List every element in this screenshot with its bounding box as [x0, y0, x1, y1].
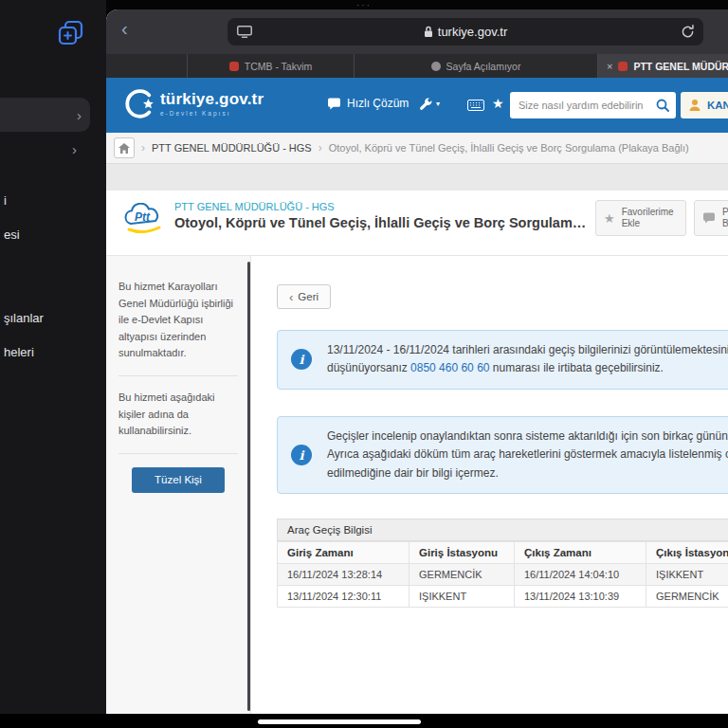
site-favicon [618, 62, 628, 71]
chevron-left-icon: ‹ [289, 290, 293, 304]
user-name: KANER [707, 100, 728, 111]
screen: ··· › › i esi şılanlar heleri ‹ [0, 0, 728, 728]
bottom-system-bar [0, 714, 728, 728]
browser-window: ‹ turkiye.gov.tr TCMB - Takvim [106, 9, 728, 716]
rate-label-line1: Puanla [722, 207, 728, 219]
site-favicon [229, 62, 239, 71]
tools-menu-button[interactable]: ▾ [419, 97, 440, 111]
tab-sayfa-acilamiyor[interactable]: Sayfa Açılamıyor [354, 54, 597, 78]
logo-subtitle: e-Devlet Kapısı [160, 110, 264, 117]
chevron-down-icon: ▾ [436, 100, 440, 108]
sidebar-item-partial[interactable]: heleri [4, 345, 34, 359]
table-cell: GERMENCİK [410, 564, 515, 586]
chevron-right-icon[interactable]: › [72, 141, 77, 157]
breadcrumb-current-page: Otoyol, Köprü ve Tünel Geçiş, İhlalli Ge… [329, 142, 689, 154]
left-app-panel: › › i esi şılanlar heleri [0, 0, 106, 728]
favorite-label-line1: Favorilerime [622, 207, 674, 219]
info-icon: i [291, 445, 312, 465]
favorite-label-line2: Ekle [622, 218, 674, 230]
table-cell: IŞIKKENT [410, 586, 515, 608]
page-title: Otoyol, Köprü ve Tünel Geçiş, İhlalli Ge… [174, 215, 590, 230]
tab-label: TCMB - Takvim [245, 61, 313, 72]
legal-entity-button[interactable]: Tüzel Kişi [132, 467, 225, 493]
table-row: 16/11/2024 13:28:14GERMENCİK16/11/2024 1… [278, 564, 728, 586]
home-indicator[interactable] [258, 719, 421, 724]
tab-label: Sayfa Açılamıyor [446, 61, 521, 72]
column-header: Giriş Zamanı [278, 542, 410, 564]
divider [118, 453, 238, 454]
turkiye-gov-logo[interactable]: türkiye.gov.tr e-Devlet Kapısı [119, 86, 264, 120]
notice-text: numarası ile irtibata geçebilirsiniz. [489, 361, 663, 374]
table-caption: Araç Geçiş Bilgisi [277, 519, 728, 541]
search-icon[interactable] [656, 99, 669, 112]
selected-sidebar-row[interactable]: › [0, 98, 90, 132]
user-account-button[interactable]: KANER [681, 92, 728, 118]
chat-bubble-icon [327, 98, 341, 110]
keyboard-icon[interactable] [467, 100, 484, 111]
add-to-favorites-button[interactable]: ★ Favorilerime Ekle [595, 200, 686, 236]
table-cell: 16/11/2024 13:28:14 [278, 564, 410, 586]
ptt-logo: Ptt [121, 203, 165, 237]
scrollbar-thumb[interactable] [247, 262, 250, 711]
processing-notice: i Geçişler incelenip onaylandıktan sonra… [277, 416, 728, 494]
home-icon[interactable] [114, 137, 135, 158]
logo-text: türkiye.gov.tr [160, 90, 264, 109]
info-icon: i [291, 349, 312, 370]
reload-icon[interactable] [681, 25, 695, 39]
service-provider-note: Bu hizmet Karayolları Genel Müdürlüğü iş… [118, 279, 238, 362]
table-cell: 13/11/2024 13:10:39 [515, 586, 646, 608]
address-bar[interactable]: turkiye.gov.tr [228, 18, 703, 46]
tab-label: PTT GENEL MÜDÜRLÜĞÜ [633, 61, 728, 72]
sidebar-item-partial[interactable]: i [4, 193, 7, 208]
favorites-star-icon[interactable]: ★ [492, 96, 504, 111]
url-text: turkiye.gov.tr [228, 18, 703, 46]
rate-label-line2: Bildir [722, 218, 728, 230]
breadcrumb-link-ptt-hgs[interactable]: PTT GENEL MÜDÜRLÜĞÜ - HGS [152, 142, 312, 154]
site-header: türkiye.gov.tr e-Devlet Kapısı Hızlı Çöz… [106, 78, 728, 133]
site-favicon [431, 62, 441, 71]
tab-tcmb-takvim[interactable]: TCMB - Takvim [187, 54, 354, 78]
service-header: Ptt PTT GENEL MÜDÜRLÜĞÜ - HGS Otoyol, Kö… [106, 191, 728, 256]
star-icon: ★ [604, 212, 615, 225]
back-label: Geri [298, 291, 318, 302]
breadcrumb-separator: › [318, 141, 322, 155]
tab-ptt-genel-mudurlugu[interactable]: × PTT GENEL MÜDÜRLÜĞÜ [597, 54, 728, 78]
table-body: 16/11/2024 13:28:14GERMENCİK16/11/2024 1… [278, 564, 728, 608]
notice-text: Geçişler incelenip onaylandıktan sonra s… [327, 428, 728, 482]
date-range-notice: i 13/11/2024 - 16/11/2024 tarihleri aras… [277, 330, 728, 390]
service-sidebar: Bu hizmet Karayolları Genel Müdürlüğü iş… [106, 256, 251, 716]
window-drag-handle[interactable]: ··· [0, 0, 728, 10]
svg-text:Ptt: Ptt [135, 210, 151, 224]
sidebar-item-partial[interactable]: şılanlar [4, 311, 44, 325]
quick-solution-button[interactable]: Hızlı Çözüm [327, 97, 409, 110]
breadcrumb-separator: › [141, 141, 145, 155]
crescent-star-icon [119, 86, 155, 120]
new-tab-group-icon[interactable] [57, 19, 85, 51]
sidebar-item-partial[interactable]: esi [4, 228, 20, 242]
phone-link[interactable]: 0850 460 60 60 [410, 361, 489, 374]
table-cell: IŞIKKENT [646, 564, 728, 586]
search-input[interactable] [510, 92, 657, 118]
chat-bubble-icon [702, 212, 716, 224]
site-search [510, 92, 676, 118]
browser-toolbar: ‹ turkiye.gov.tr [106, 9, 728, 54]
back-to-service-button[interactable]: ‹ Geri [277, 284, 331, 309]
column-header: Giriş İstasyonu [410, 542, 515, 564]
back-button[interactable]: ‹ [121, 18, 128, 40]
close-tab-icon[interactable]: × [607, 61, 612, 72]
table-header-row: Giriş ZamanıGiriş İstasyonuÇıkış ZamanıÇ… [278, 542, 728, 564]
chevron-right-icon: › [77, 107, 82, 123]
column-header: Çıkış İstasyonu [646, 542, 728, 564]
tab-bar: TCMB - Takvim Sayfa Açılamıyor × PTT GEN… [106, 54, 728, 78]
rate-report-button[interactable]: Puanla Bildir [694, 200, 728, 236]
delegation-note: Bu hizmeti aşağıdaki kişiler adına da ku… [118, 390, 238, 440]
lock-icon [424, 26, 433, 38]
person-icon [688, 99, 701, 112]
table-cell: GERMENCİK [646, 586, 728, 608]
transit-table: Araç Geçiş Bilgisi Giriş ZamanıGiriş İst… [277, 519, 728, 608]
table-cell: 13/11/2024 12:30:11 [278, 586, 410, 608]
breadcrumb: › PTT GENEL MÜDÜRLÜĞÜ - HGS › Otoyol, Kö… [106, 133, 728, 164]
quick-solution-label: Hızlı Çözüm [347, 97, 409, 110]
table-row: 13/11/2024 12:30:11IŞIKKENT13/11/2024 13… [278, 586, 728, 608]
page-background-band [106, 164, 728, 191]
